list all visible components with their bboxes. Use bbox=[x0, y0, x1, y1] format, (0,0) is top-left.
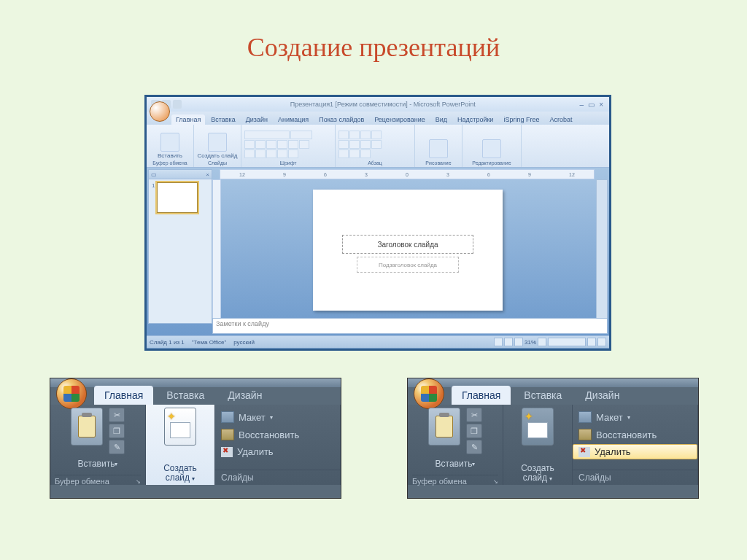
notes-pane[interactable]: Заметки к слайду bbox=[212, 318, 608, 334]
panel-close-icon[interactable]: × bbox=[206, 171, 209, 178]
strike-button[interactable] bbox=[277, 140, 287, 149]
zoom-fit-icon[interactable] bbox=[597, 338, 606, 346]
grow-button[interactable] bbox=[266, 149, 276, 158]
menu-delete[interactable]: Удалить bbox=[215, 444, 340, 459]
menu-layout[interactable]: Макет ▾ bbox=[573, 409, 697, 425]
align-right-button[interactable] bbox=[360, 140, 371, 149]
group-paragraph: Абзац bbox=[336, 125, 415, 167]
group-font: Шрифт bbox=[241, 125, 336, 167]
view-show-icon[interactable] bbox=[514, 338, 523, 346]
dir-button[interactable] bbox=[360, 149, 371, 158]
case-button[interactable] bbox=[255, 149, 266, 158]
cut-icon[interactable]: ✂ bbox=[109, 408, 125, 422]
tab-addins[interactable]: Надстройки bbox=[453, 114, 498, 125]
clear-button[interactable] bbox=[244, 149, 255, 158]
slide-thumb-1[interactable]: 1 bbox=[149, 179, 212, 216]
subtitle-placeholder[interactable]: Подзаголовок слайда bbox=[357, 257, 459, 273]
menu-restore[interactable]: Восстановить bbox=[573, 427, 697, 443]
tab-animation[interactable]: Анимация bbox=[274, 114, 313, 125]
slide-canvas[interactable]: Заголовок слайда Подзаголовок слайда bbox=[313, 190, 503, 311]
powerpoint-window: Презентация1 [Режим совместимости] - Mic… bbox=[144, 95, 611, 351]
zoom-tabs: Главная Вставка Дизайн bbox=[50, 383, 341, 405]
paste-button-zoom[interactable] bbox=[428, 408, 460, 446]
paste-button-zoom[interactable] bbox=[71, 408, 103, 446]
scrollbar-vertical[interactable] bbox=[596, 179, 608, 321]
zoom-tabs: Главная Вставка Дизайн bbox=[408, 383, 698, 405]
office-button-zoom[interactable] bbox=[56, 378, 87, 409]
dialog-launcher-icon[interactable]: ↘ bbox=[493, 478, 498, 485]
shrink-button[interactable] bbox=[277, 149, 287, 158]
bullets-button[interactable] bbox=[338, 131, 349, 139]
title-placeholder[interactable]: Заголовок слайда bbox=[342, 235, 473, 254]
paste-button[interactable] bbox=[160, 133, 179, 152]
menu-layout[interactable]: Макет ▾ bbox=[215, 409, 340, 425]
tab-view[interactable]: Вид bbox=[431, 114, 452, 125]
group-clipboard: Вставить Буфер обмена bbox=[147, 125, 194, 167]
group-slides: Создать слайд Слайды bbox=[194, 125, 241, 167]
cut-icon[interactable]: ✂ bbox=[466, 408, 482, 422]
numbering-button[interactable] bbox=[349, 131, 360, 139]
tab-home[interactable]: Главная bbox=[452, 386, 511, 405]
tab-review[interactable]: Рецензирование bbox=[370, 114, 430, 125]
office-button[interactable] bbox=[150, 101, 170, 122]
minimize-icon[interactable]: – bbox=[580, 101, 584, 109]
format-painter-icon[interactable]: ✎ bbox=[109, 440, 125, 454]
tab-acrobat[interactable]: Acrobat bbox=[545, 114, 576, 125]
newslide-button-zoom[interactable]: ✦ bbox=[522, 408, 554, 446]
view-sorter-icon[interactable] bbox=[504, 338, 513, 346]
dialog-launcher-icon[interactable]: ↘ bbox=[136, 478, 141, 485]
drawing-button[interactable] bbox=[429, 139, 448, 158]
tab-insert[interactable]: Вставка bbox=[156, 386, 214, 405]
bold-button[interactable] bbox=[244, 140, 255, 149]
view-normal-icon[interactable] bbox=[494, 338, 503, 346]
paragraph-group-label: Абзац bbox=[368, 160, 382, 166]
tab-home[interactable]: Главная bbox=[94, 386, 153, 405]
tab-design[interactable]: Дизайн bbox=[241, 114, 272, 125]
newslide-button[interactable] bbox=[208, 133, 227, 152]
indent-dec-button[interactable] bbox=[360, 131, 371, 139]
tab-home[interactable]: Главная bbox=[171, 114, 205, 125]
format-painter-icon[interactable]: ✎ bbox=[466, 440, 482, 454]
tab-design[interactable]: Дизайн bbox=[217, 386, 272, 405]
shadow-button[interactable] bbox=[288, 140, 298, 149]
copy-icon[interactable]: ❐ bbox=[109, 424, 125, 438]
font-combo[interactable] bbox=[244, 131, 290, 139]
tab-insert[interactable]: Вставка bbox=[206, 114, 239, 125]
tab-slideshow[interactable]: Показ слайдов bbox=[314, 114, 368, 125]
tab-design[interactable]: Дизайн bbox=[575, 386, 630, 405]
page-title: Создание презентаций bbox=[0, 0, 747, 63]
copy-icon[interactable]: ❐ bbox=[466, 424, 482, 438]
menu-delete-hover[interactable]: Удалить bbox=[573, 444, 697, 459]
zoom-in-icon[interactable] bbox=[587, 338, 596, 346]
justify-button[interactable] bbox=[371, 140, 382, 149]
office-button-zoom[interactable] bbox=[414, 378, 444, 409]
align-center-button[interactable] bbox=[349, 140, 360, 149]
layout-icon bbox=[221, 411, 234, 423]
slides-group-label: Слайды bbox=[573, 470, 697, 485]
close-icon[interactable]: × bbox=[599, 101, 603, 109]
newslide-button-zoom[interactable]: ✦ bbox=[164, 408, 196, 446]
maximize-icon[interactable]: ▭ bbox=[588, 101, 595, 109]
tab-ispring[interactable]: iSpring Free bbox=[499, 114, 543, 125]
columns-button[interactable] bbox=[349, 149, 360, 158]
panel-tab-icon[interactable]: ▭ bbox=[151, 171, 157, 178]
italic-button[interactable] bbox=[255, 140, 266, 149]
underline-button[interactable] bbox=[266, 140, 276, 149]
indent-inc-button[interactable] bbox=[371, 131, 382, 139]
zoom-slider[interactable] bbox=[548, 338, 586, 346]
status-slide-info: Слайд 1 из 1 bbox=[150, 339, 185, 346]
newslide-label-zoom: Создатьслайд ▾ bbox=[521, 463, 554, 483]
group-clipboard-zoom: ✂ ❐ ✎ Вставить ▾ Буфер обмена↘ bbox=[50, 405, 146, 485]
layout-icon bbox=[578, 411, 592, 423]
color-button[interactable] bbox=[288, 149, 298, 158]
spacing-button[interactable] bbox=[299, 140, 309, 149]
menu-restore[interactable]: Восстановить bbox=[215, 427, 340, 443]
editing-button[interactable] bbox=[482, 139, 501, 158]
align-left-button[interactable] bbox=[338, 140, 349, 149]
line-spacing-button[interactable] bbox=[338, 149, 349, 158]
tab-insert[interactable]: Вставка bbox=[514, 386, 572, 405]
zoom-out-icon[interactable] bbox=[538, 338, 546, 346]
size-combo[interactable] bbox=[290, 131, 312, 139]
redo-icon[interactable] bbox=[173, 100, 182, 109]
font-group-label: Шрифт bbox=[279, 160, 296, 166]
